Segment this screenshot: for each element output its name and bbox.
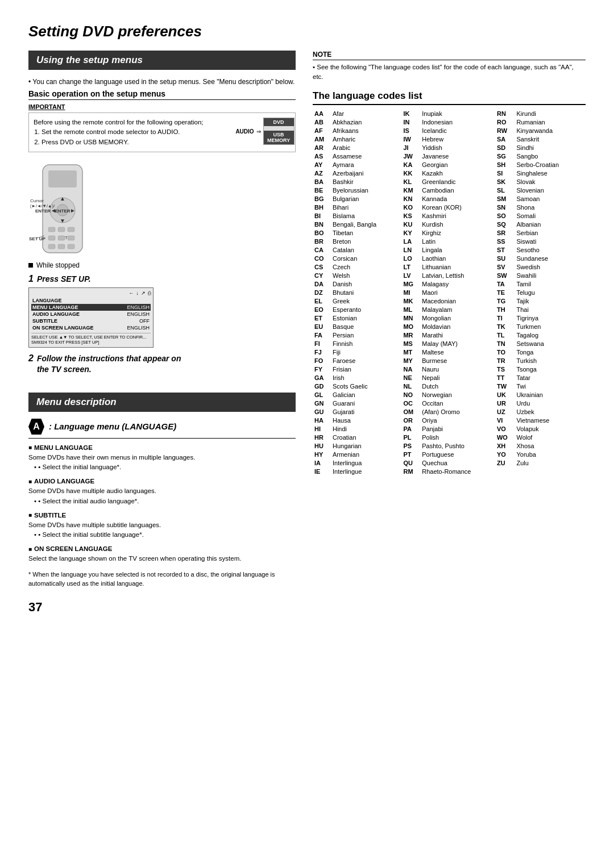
lang-code: SW: [495, 272, 515, 280]
lang-code: NE: [401, 374, 420, 382]
lang-code: FY: [313, 365, 331, 374]
lang-name: Yiddish: [420, 144, 495, 152]
lang-name: Maori: [420, 289, 495, 297]
lang-name: Setswana: [515, 340, 586, 348]
lang-name: Indonesian: [420, 118, 495, 127]
svg-text:▼: ▼: [60, 218, 65, 224]
lang-name: Singhalese: [515, 169, 586, 178]
language-row: CSCzechLTLithuanianSVSwedish: [313, 263, 586, 272]
svg-text:ENTER: ENTER: [55, 208, 70, 214]
audio-language-subsection: AUDIO LANGUAGE Some DVDs have multiple a…: [28, 478, 296, 506]
lang-name: Tonga: [515, 348, 586, 357]
note-text: • See the following "The language codes …: [313, 62, 586, 82]
lang-menu-icon: A: [28, 419, 44, 435]
lang-name: Afar: [331, 110, 401, 118]
lang-name: Malagasy: [420, 280, 495, 289]
language-row: ASAssameseJWJavaneseSGSangbo: [313, 152, 586, 161]
lang-code: KM: [401, 186, 420, 195]
lang-code: PL: [401, 433, 420, 442]
lang-name: Irish: [331, 374, 401, 382]
lcd-row-1: MENU LANGUAGE ENGLISH: [31, 304, 151, 311]
lang-name: Laothian: [420, 254, 495, 263]
step2-num: 2: [28, 353, 34, 364]
section2-header: Menu description: [28, 393, 296, 412]
lang-code: GL: [313, 391, 331, 399]
lang-menu-row: A : Language menu (LANGUAGE): [28, 419, 296, 439]
svg-rect-9: [48, 227, 55, 232]
language-row: BNBengali, BanglaKUKurdishSQAlbanian: [313, 220, 586, 229]
lang-name: Welsh: [331, 272, 401, 280]
lang-code: HI: [313, 425, 331, 433]
onscreen-language-subsection: ON SCREEN LANGUAGE Select the language s…: [28, 545, 296, 564]
language-row: GNGuaraniOCOccitanURUrdu: [313, 399, 586, 408]
right-column: NOTE • See the following "The language c…: [313, 51, 586, 615]
lang-code: EO: [313, 306, 331, 314]
lang-name: Uzbek: [515, 408, 586, 416]
language-row: BABashkirKLGreenlandicSKSlovak: [313, 178, 586, 186]
lang-name: Afrikaans: [331, 127, 401, 135]
language-row: GDScots GaelicNLDutchTWTwi: [313, 382, 586, 391]
svg-text:▲: ▲: [60, 195, 65, 202]
lang-name: Shona: [515, 203, 586, 212]
lang-menu-text: : Language menu (LANGUAGE): [49, 422, 176, 431]
lang-name: Wolof: [515, 433, 586, 442]
lang-code: GD: [313, 382, 331, 391]
audio-language-label: AUDIO LANGUAGE: [28, 478, 296, 485]
language-row: AAAfarIKInupiakRNKirundi: [313, 110, 586, 118]
lang-code: DZ: [313, 289, 331, 297]
svg-text:(►/◄/▼/▲)/: (►/◄/▼/▲)/: [30, 203, 55, 208]
svg-text:Cursor: Cursor: [30, 198, 44, 203]
lang-name: Panjabi: [420, 425, 495, 433]
lang-name: Scots Gaelic: [331, 382, 401, 391]
language-row: IEInterlingueRMRhaeto-Romance: [313, 468, 586, 476]
language-row: HIHindiPAPanjabiVOVolapuk: [313, 425, 586, 433]
lang-code: TH: [495, 306, 515, 314]
lang-name: Pashto, Pushto: [420, 442, 495, 450]
lang-name: Moldavian: [420, 323, 495, 331]
lang-code: VI: [495, 416, 515, 425]
lang-name: Azerbaijani: [331, 169, 401, 178]
lang-name: Basque: [331, 323, 401, 331]
language-row: IAInterlinguaQUQuechuaZUZulu: [313, 459, 586, 468]
lang-code: SA: [495, 135, 515, 144]
lang-name: Tatar: [515, 374, 586, 382]
lang-code: BH: [313, 203, 331, 212]
language-row: DZBhutaniMIMaoriTETelugu: [313, 289, 586, 297]
lang-code: FO: [313, 357, 331, 365]
lang-name: Samoan: [515, 195, 586, 203]
lang-code: TL: [495, 331, 515, 340]
lang-name: Georgian: [420, 161, 495, 169]
audio-label: AUDIO: [235, 128, 254, 135]
lang-name: Icelandic: [420, 127, 495, 135]
lang-name: Bengali, Bangla: [331, 220, 401, 229]
lang-code: ML: [401, 306, 420, 314]
language-codes-table: AAAfarIKInupiakRNKirundiABAbkhazianINInd…: [313, 110, 586, 476]
lang-name: Urdu: [515, 399, 586, 408]
lang-name: Esperanto: [331, 306, 401, 314]
remote-diagram: ▲ ▼ ◄ ► ENTER SET UP: [28, 159, 97, 256]
lang-code: MS: [401, 340, 420, 348]
lang-code: SS: [495, 237, 515, 246]
language-row: HRCroatianPLPolishWOWolof: [313, 433, 586, 442]
lang-name: Serbo-Croatian: [515, 161, 586, 169]
two-column-layout: Using the setup menus You can change the…: [28, 51, 586, 615]
language-row: BRBretonLALatinSSSiswati: [313, 237, 586, 246]
lang-name: Danish: [331, 280, 401, 289]
lang-name: Javanese: [420, 152, 495, 161]
lcd-row-2: AUDIO LANGUAGE ENGLISH: [31, 311, 151, 318]
lang-code: PS: [401, 442, 420, 450]
lang-name: Aymara: [331, 161, 401, 169]
lang-code: TI: [495, 314, 515, 323]
language-row: FAPersianMRMarathiTLTagalog: [313, 331, 586, 340]
lang-code: SU: [495, 254, 515, 263]
lang-code: HU: [313, 442, 331, 450]
lang-code: SD: [495, 144, 515, 152]
lang-code: SN: [495, 203, 515, 212]
important-label: IMPORTANT: [28, 103, 296, 110]
lang-code: SI: [495, 169, 515, 178]
language-row: DADanishMGMalagasyTATamil: [313, 280, 586, 289]
lang-code: AR: [313, 144, 331, 152]
lang-code: KO: [401, 203, 420, 212]
lang-code: FA: [313, 331, 331, 340]
lang-code: SL: [495, 186, 515, 195]
